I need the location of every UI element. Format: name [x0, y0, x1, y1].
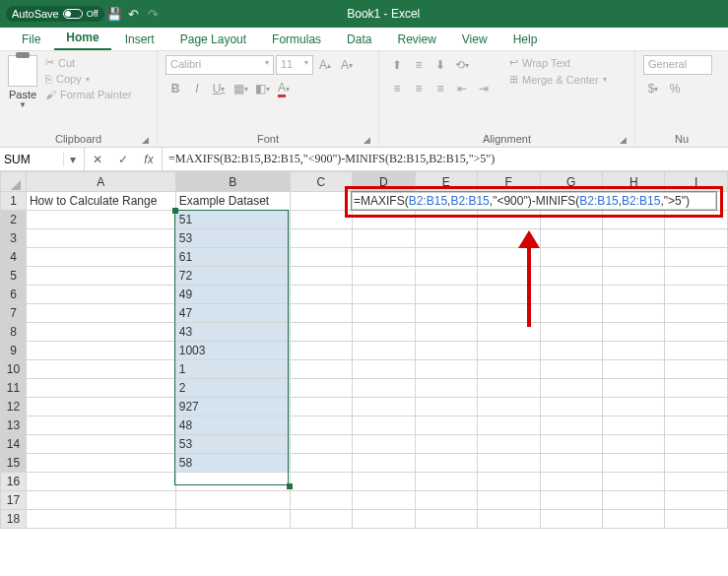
row-header[interactable]: 6: [1, 286, 27, 304]
col-header[interactable]: D: [353, 172, 415, 192]
row-header[interactable]: 5: [1, 267, 27, 286]
cell[interactable]: [665, 248, 728, 267]
cell[interactable]: 53: [175, 229, 290, 248]
cell[interactable]: [353, 267, 415, 286]
currency-icon[interactable]: $▾: [643, 79, 663, 98]
cell[interactable]: [353, 416, 415, 435]
tab-file[interactable]: File: [10, 29, 52, 50]
cell[interactable]: [603, 286, 665, 304]
copy-button[interactable]: ⎘Copy▾: [43, 72, 134, 86]
decrease-font-icon[interactable]: A▾: [337, 55, 357, 75]
cell[interactable]: 48: [175, 416, 290, 435]
cell[interactable]: [415, 379, 477, 398]
cell[interactable]: [175, 473, 290, 491]
cell[interactable]: [540, 267, 603, 286]
cell[interactable]: [290, 229, 352, 248]
cell[interactable]: [26, 304, 175, 323]
col-header[interactable]: B: [175, 172, 290, 192]
dialog-launcher-icon[interactable]: ◢: [620, 135, 627, 145]
cell[interactable]: [26, 248, 175, 267]
cell[interactable]: [603, 229, 665, 248]
cell[interactable]: [26, 510, 175, 529]
cell[interactable]: [665, 491, 728, 510]
cell[interactable]: [26, 360, 175, 379]
cell[interactable]: [26, 342, 175, 360]
fx-icon[interactable]: fx: [136, 153, 162, 166]
cell[interactable]: [540, 398, 603, 416]
cell[interactable]: [665, 229, 728, 248]
orientation-icon[interactable]: ⟲▾: [452, 55, 472, 75]
cell[interactable]: [353, 454, 415, 473]
tab-data[interactable]: Data: [335, 29, 383, 50]
cell[interactable]: [26, 473, 175, 491]
cell[interactable]: [540, 510, 603, 529]
merge-center-button[interactable]: ⊞Merge & Center▾: [507, 72, 609, 87]
cell[interactable]: [603, 454, 665, 473]
cell[interactable]: [478, 435, 540, 454]
cell[interactable]: 49: [175, 286, 290, 304]
cell[interactable]: [353, 248, 415, 267]
align-right-icon[interactable]: ≡: [430, 79, 450, 98]
wrap-text-button[interactable]: ↩Wrap Text: [507, 55, 609, 70]
font-name-combo[interactable]: Calibri ▾: [165, 55, 274, 75]
cell[interactable]: [478, 510, 540, 529]
cell[interactable]: [290, 379, 352, 398]
tab-review[interactable]: Review: [385, 29, 447, 50]
cell[interactable]: [415, 267, 477, 286]
cell[interactable]: [290, 473, 352, 491]
cell[interactable]: [603, 267, 665, 286]
cell[interactable]: 58: [175, 454, 290, 473]
cell[interactable]: [478, 491, 540, 510]
autosave-toggle[interactable]: AutoSave Off: [6, 6, 104, 22]
cell[interactable]: [290, 416, 352, 435]
row-header[interactable]: 4: [1, 248, 27, 267]
cell[interactable]: [353, 398, 415, 416]
cell[interactable]: [353, 360, 415, 379]
cell[interactable]: [603, 304, 665, 323]
decrease-indent-icon[interactable]: ⇤: [452, 79, 472, 98]
cell[interactable]: [26, 398, 175, 416]
cell[interactable]: [353, 379, 415, 398]
cell[interactable]: [353, 435, 415, 454]
row-header[interactable]: 15: [1, 454, 27, 473]
save-icon[interactable]: 💾: [104, 7, 124, 22]
align-middle-icon[interactable]: ≡: [409, 55, 429, 75]
cell[interactable]: [665, 473, 728, 491]
cell[interactable]: [478, 211, 540, 229]
row-header[interactable]: 14: [1, 435, 27, 454]
cell[interactable]: [540, 379, 603, 398]
cell[interactable]: [603, 323, 665, 342]
cell[interactable]: [478, 360, 540, 379]
cell[interactable]: [540, 323, 603, 342]
row-header[interactable]: 18: [1, 510, 27, 529]
cell[interactable]: [478, 473, 540, 491]
row-header[interactable]: 1: [1, 192, 27, 211]
cell[interactable]: [415, 435, 477, 454]
tab-home[interactable]: Home: [54, 27, 110, 50]
cell[interactable]: [415, 304, 477, 323]
cell[interactable]: [665, 510, 728, 529]
cell[interactable]: [26, 286, 175, 304]
cell[interactable]: [353, 491, 415, 510]
cell[interactable]: [540, 229, 603, 248]
cell[interactable]: [353, 342, 415, 360]
format-painter-button[interactable]: 🖌Format Painter: [43, 88, 134, 101]
cancel-formula-button[interactable]: ✕: [85, 153, 110, 166]
cell[interactable]: [540, 286, 603, 304]
cell[interactable]: [353, 323, 415, 342]
cell[interactable]: [665, 286, 728, 304]
italic-button[interactable]: I: [187, 79, 207, 98]
align-top-icon[interactable]: ⬆: [387, 55, 407, 75]
col-header[interactable]: I: [665, 172, 728, 192]
dialog-launcher-icon[interactable]: ◢: [142, 135, 149, 145]
cell[interactable]: Example Dataset: [175, 192, 290, 211]
cell[interactable]: [603, 211, 665, 229]
row-header[interactable]: 2: [1, 211, 27, 229]
number-format-combo[interactable]: General: [643, 55, 712, 75]
row-header[interactable]: 10: [1, 360, 27, 379]
row-header[interactable]: 13: [1, 416, 27, 435]
cell[interactable]: [603, 360, 665, 379]
cell[interactable]: 2: [175, 379, 290, 398]
cell[interactable]: [415, 323, 477, 342]
cell[interactable]: [415, 229, 477, 248]
